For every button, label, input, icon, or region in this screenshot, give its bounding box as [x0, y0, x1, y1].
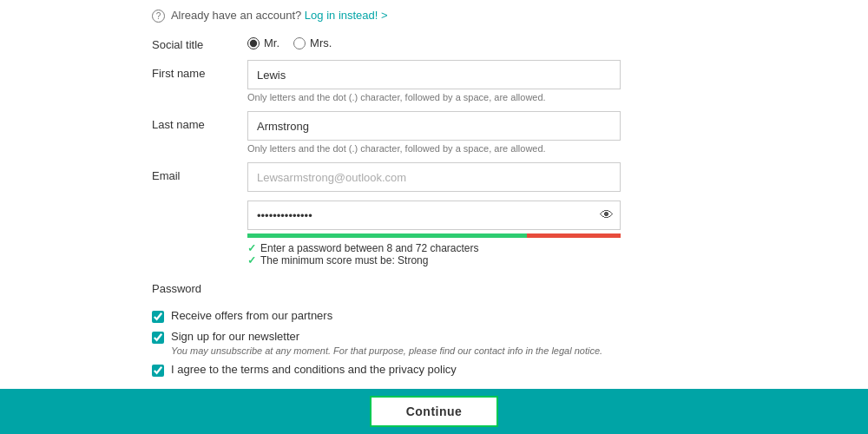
already-have-label: Already have an account?	[171, 9, 301, 22]
already-have-text: ? Already have an account? Log in instea…	[152, 9, 388, 22]
password-hint-text-1: Enter a password between 8 and 72 charac…	[260, 242, 478, 254]
newsletter-checkbox[interactable]	[152, 332, 164, 344]
last-name-label: Last name	[152, 111, 247, 131]
password-hint-score: ✓ The minimum score must be: Strong	[247, 254, 621, 266]
partners-checkbox-row: Receive offers from our partners	[152, 309, 716, 323]
toggle-password-icon[interactable]: 👁	[600, 207, 614, 223]
mr-radio[interactable]	[247, 37, 260, 49]
partners-checkbox[interactable]	[152, 311, 164, 323]
check-icon-1: ✓	[247, 242, 256, 254]
email-input[interactable]	[247, 162, 621, 192]
first-name-hint: Only letters and the dot (.) character, …	[247, 92, 621, 102]
continue-button[interactable]: Continue	[370, 396, 499, 427]
mrs-option[interactable]: Mrs.	[293, 36, 332, 49]
mrs-label: Mrs.	[310, 36, 332, 49]
last-name-hint: Only letters and the dot (.) character, …	[247, 143, 621, 154]
terms-checkbox-row: I agree to the terms and conditions and …	[152, 363, 716, 377]
newsletter-label: Sign up for our newsletter	[171, 330, 299, 343]
bottom-bar: Continue	[0, 389, 868, 434]
login-link[interactable]: Log in instead! >	[305, 9, 388, 22]
password-input[interactable]	[247, 201, 621, 230]
password-hint-length: ✓ Enter a password between 8 and 72 char…	[247, 242, 621, 254]
email-label: Email	[152, 162, 247, 182]
terms-checkbox[interactable]	[152, 365, 164, 377]
first-name-input[interactable]	[247, 60, 621, 89]
terms-label: I agree to the terms and conditions and …	[171, 363, 457, 376]
password-hint-text-2: The minimum score must be: Strong	[260, 254, 428, 266]
question-icon: ?	[152, 10, 165, 23]
last-name-input[interactable]	[247, 111, 621, 141]
mr-label: Mr.	[264, 36, 279, 49]
password-label: Password	[152, 275, 247, 295]
partners-label: Receive offers from our partners	[171, 309, 332, 322]
mr-option[interactable]: Mr.	[247, 36, 279, 49]
first-name-label: First name	[152, 60, 247, 80]
password-strength-bar	[247, 233, 621, 238]
newsletter-note: You may unsubscribe at any moment. For t…	[171, 345, 602, 356]
check-icon-2: ✓	[247, 254, 256, 266]
newsletter-checkbox-row: Sign up for our newsletter You may unsub…	[152, 330, 716, 356]
mrs-radio[interactable]	[293, 37, 306, 49]
social-title-label: Social title	[152, 31, 247, 51]
